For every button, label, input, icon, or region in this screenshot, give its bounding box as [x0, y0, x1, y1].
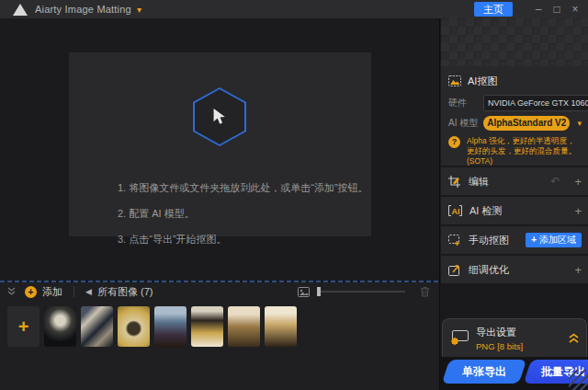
thumbnail-strip: + [0, 301, 439, 347]
add-plus-icon: + [25, 286, 37, 298]
right-panel: AI抠图 硬件 NVIDIA GeForce GTX 1060 3GB ▾ AI… [439, 18, 588, 390]
model-select[interactable]: AlphaStandard V2 [483, 116, 570, 131]
thumbnail-floral-portrait[interactable] [191, 306, 223, 347]
home-button[interactable]: 主页 [474, 2, 513, 17]
add-images-button[interactable]: + 添加 [25, 285, 62, 299]
refine-icon [448, 264, 461, 276]
back-arrow-icon[interactable]: ◀ [85, 287, 92, 296]
transparency-preview [441, 18, 588, 66]
instruction-step-3: 3. 点击“导出”开始抠图。 [118, 226, 368, 252]
dropzone-instructions: 1. 将图像文件或文件夹拖放到此处，或单击“添加”按钮。 2. 配置 AI 模型… [118, 175, 368, 252]
dropzone[interactable]: 1. 将图像文件或文件夹拖放到此处，或单击“添加”按钮。 2. 配置 AI 模型… [69, 52, 371, 236]
app-logo-icon [13, 4, 28, 16]
export-format: PNG [8 bits] [476, 341, 561, 351]
ai-matting-title: AI抠图 [468, 75, 497, 88]
thumbnail-bicycle[interactable] [118, 306, 150, 347]
thumbnail-pearl-portrait[interactable] [265, 306, 297, 347]
thumbnail-abstract-metal[interactable] [81, 306, 113, 347]
hardware-label: 硬件 [448, 97, 483, 109]
model-label: AI 模型 [448, 117, 483, 130]
model-hint: Alpha 强化，更好的半透明度，更好的头发，更好的混合质量。(SOTA) [467, 136, 582, 166]
collapse-export-icon[interactable] [569, 333, 579, 344]
thumbnail-size-icon [298, 287, 310, 297]
app-title: Aiarty Image Matting [35, 4, 131, 15]
add-region-plus-icon: + [531, 235, 537, 245]
thumbnail-size-slider[interactable] [317, 287, 405, 296]
thumbnail-forest-figure[interactable] [154, 306, 187, 347]
all-images-filter[interactable]: 所有图像 (7) [97, 285, 153, 299]
main-canvas: 1. 将图像文件或文件夹拖放到此处，或单击“添加”按钮。 2. 配置 AI 模型… [0, 18, 439, 281]
manual-matting-icon [448, 235, 461, 247]
thumbnail-jellyfish[interactable] [44, 306, 76, 347]
help-icon[interactable]: ? [448, 136, 460, 148]
slider-handle[interactable] [317, 287, 321, 296]
export-settings[interactable]: 导出设置 PNG [8 bits] [442, 318, 587, 357]
edit-icon [448, 176, 461, 188]
resize-grip-icon[interactable] [569, 370, 588, 390]
delete-image-icon[interactable] [420, 286, 430, 297]
section-ai-detect[interactable]: AI AI 检测 + [441, 197, 588, 224]
export-settings-title: 导出设置 [476, 326, 561, 339]
filmstrip-toolbar: + 添加 ◀ 所有图像 (7) [0, 282, 439, 301]
export-buttons: 单张导出 批量导出 [440, 357, 588, 390]
section-refine[interactable]: 细调优化 + [441, 256, 588, 283]
instruction-step-2: 2. 配置 AI 模型。 [118, 201, 368, 226]
export-settings-icon [450, 330, 469, 346]
add-image-tile[interactable]: + [7, 306, 40, 347]
single-export-button[interactable]: 单张导出 [442, 360, 526, 384]
expand-edit-icon[interactable]: + [574, 175, 582, 189]
section-manual-matting[interactable]: 手动抠图 +添加区域 [441, 226, 588, 254]
cursor-arrow-icon [212, 109, 227, 125]
collapse-filmstrip-icon[interactable] [7, 287, 16, 296]
app-menu-chevron-icon[interactable]: ▾ [137, 5, 141, 15]
app-window: Aiarty Image Matting ▾ 主页 – □ × 1. 将图像文件… [0, 0, 588, 390]
ai-matting-icon [448, 75, 461, 86]
undo-icon[interactable]: ↶ [550, 175, 560, 188]
add-region-button[interactable]: +添加区域 [526, 233, 582, 247]
minimize-button[interactable]: – [529, 0, 548, 18]
drop-hexagon-icon [193, 87, 246, 146]
ai-matting-section: AI抠图 硬件 NVIDIA GeForce GTX 1060 3GB ▾ AI… [441, 66, 588, 166]
maximize-button[interactable]: □ [548, 0, 566, 18]
close-button[interactable]: × [566, 0, 584, 18]
svg-text:AI: AI [452, 207, 460, 216]
hardware-select[interactable]: NVIDIA GeForce GTX 1060 3GB ▾ [483, 95, 588, 111]
expand-ai-detect-icon[interactable]: + [574, 204, 582, 218]
expand-refine-icon[interactable]: + [574, 263, 582, 277]
ai-detect-icon: AI [448, 205, 462, 216]
thumbnail-golden-portrait[interactable] [228, 306, 260, 347]
instruction-step-1: 1. 将图像文件或文件夹拖放到此处，或单击“添加”按钮。 [118, 175, 368, 201]
section-edit[interactable]: 编辑 ↶ + [441, 167, 588, 195]
filmstrip-panel: + 添加 ◀ 所有图像 (7) + [0, 282, 439, 390]
model-chevron-icon[interactable]: ▾ [577, 119, 582, 128]
toolbar-separator [74, 286, 74, 297]
titlebar: Aiarty Image Matting ▾ 主页 – □ × [0, 0, 588, 18]
